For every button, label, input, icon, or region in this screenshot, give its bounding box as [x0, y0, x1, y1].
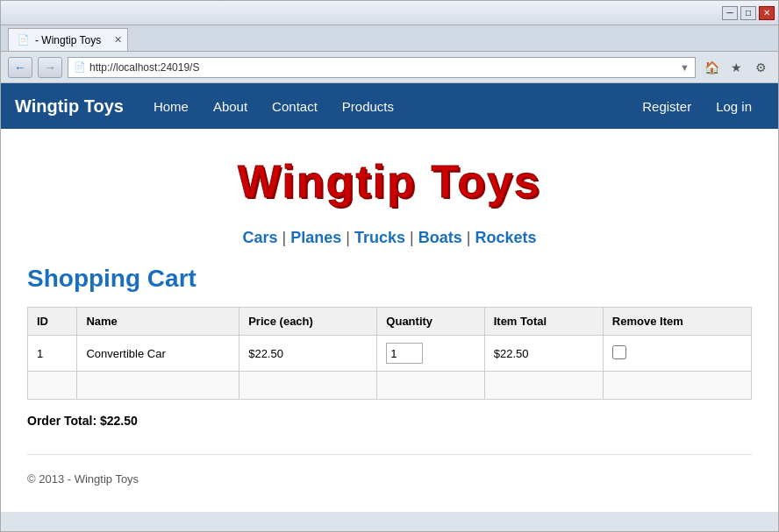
col-item-total: Item Total [484, 308, 603, 336]
category-rockets[interactable]: Rockets [475, 229, 536, 246]
title-bar: ─ □ ✕ [1, 1, 778, 25]
remove-checkbox[interactable] [612, 345, 626, 359]
footer-text: © 2013 - Wingtip Toys [27, 472, 752, 486]
browser-tab[interactable]: 📄 - Wingtip Toys ✕ [8, 28, 128, 51]
category-trucks[interactable]: Trucks [354, 229, 405, 246]
favorites-icon[interactable]: ★ [725, 57, 747, 78]
back-button[interactable]: ← [8, 57, 32, 78]
category-boats[interactable]: Boats [418, 229, 462, 246]
nav-home[interactable]: Home [141, 83, 201, 129]
cell-item-total: $22.50 [484, 336, 603, 372]
footer-divider [27, 454, 752, 455]
home-icon[interactable]: 🏠 [701, 57, 722, 78]
cart-table: ID Name Price (each) Quantity Item Total… [27, 307, 752, 400]
empty-cell-6 [603, 372, 751, 400]
minimize-button[interactable]: ─ [722, 6, 738, 20]
quantity-input[interactable] [386, 343, 423, 364]
close-button[interactable]: ✕ [759, 6, 775, 20]
table-header-row: ID Name Price (each) Quantity Item Total… [28, 308, 752, 336]
url-text: http://localhost:24019/S [89, 61, 676, 74]
cell-quantity [377, 336, 484, 372]
table-row-empty [28, 372, 752, 400]
order-total-label: Order Total: [27, 414, 96, 428]
sep-4: | [467, 229, 471, 246]
col-quantity: Quantity [377, 308, 484, 336]
forward-button[interactable]: → [38, 57, 62, 78]
maximize-button[interactable]: □ [740, 6, 756, 20]
cell-remove [603, 336, 751, 372]
settings-icon[interactable]: ⚙ [750, 57, 771, 78]
site-nav: Wingtip Toys Home About Contact Products… [1, 83, 778, 129]
tab-close-icon[interactable]: ✕ [114, 34, 122, 46]
sep-3: | [410, 229, 414, 246]
cart-heading: Shopping Cart [27, 265, 752, 293]
page-title: Wingtip Toys [27, 138, 752, 222]
nav-register[interactable]: Register [630, 83, 704, 129]
sep-2: | [346, 229, 350, 246]
col-name: Name [77, 308, 239, 336]
site-brand: Wingtip Toys [15, 96, 124, 117]
tab-bar: 📄 - Wingtip Toys ✕ [1, 25, 778, 52]
url-search-icon[interactable]: ▼ [680, 62, 690, 73]
nav-products[interactable]: Products [330, 83, 406, 129]
table-row: 1 Convertible Car $22.50 $22.50 [28, 336, 752, 372]
url-input[interactable]: 📄 http://localhost:24019/S ▼ [68, 57, 696, 78]
category-links: Cars | Planes | Trucks | Boats | Rockets [27, 222, 752, 265]
nav-about[interactable]: About [201, 83, 260, 129]
nav-contact[interactable]: Contact [260, 83, 330, 129]
window-controls[interactable]: ─ □ ✕ [722, 6, 775, 20]
col-id: ID [28, 308, 77, 336]
empty-cell-3 [239, 372, 377, 400]
cell-name: Convertible Car [77, 336, 239, 372]
col-price: Price (each) [239, 308, 377, 336]
category-cars[interactable]: Cars [242, 229, 277, 246]
empty-cell-4 [377, 372, 484, 400]
order-total-value: $22.50 [100, 414, 138, 428]
order-total: Order Total: $22.50 [27, 414, 752, 428]
address-bar: ← → 📄 http://localhost:24019/S ▼ 🏠 ★ ⚙ [1, 52, 778, 83]
tab-favicon-icon: 📄 [18, 34, 30, 46]
cell-id: 1 [28, 336, 77, 372]
category-planes[interactable]: Planes [290, 229, 341, 246]
empty-cell-1 [28, 372, 77, 400]
main-content: Wingtip Toys Cars | Planes | Trucks | Bo… [1, 129, 778, 512]
nav-right: Register Log in [630, 83, 764, 129]
col-remove: Remove Item [603, 308, 751, 336]
empty-cell-2 [77, 372, 239, 400]
toolbar-icons: 🏠 ★ ⚙ [701, 57, 771, 78]
empty-cell-5 [484, 372, 603, 400]
tab-label: - Wingtip Toys [35, 34, 101, 46]
nav-login[interactable]: Log in [704, 83, 764, 129]
sep-1: | [282, 229, 287, 246]
cell-price: $22.50 [239, 336, 377, 372]
url-favicon-icon: 📄 [74, 61, 86, 73]
